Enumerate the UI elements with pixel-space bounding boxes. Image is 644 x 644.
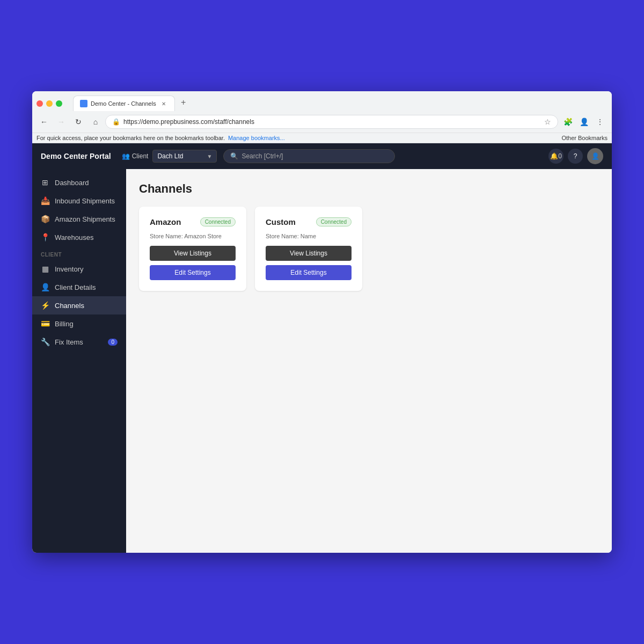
main-layout: ⊞ Dashboard 📥 Inbound Shipments 📦 Amazon… bbox=[32, 169, 612, 553]
maximize-button[interactable] bbox=[56, 100, 62, 107]
amazon-edit-settings-button[interactable]: Edit Settings bbox=[150, 265, 236, 280]
top-nav: Demo Center Portal 👥 Client Dach Ltd ▼ 🔍… bbox=[32, 143, 612, 169]
custom-store-label: Store Name: bbox=[266, 233, 299, 239]
channels-grid: Amazon Connected Store Name: Amazon Stor… bbox=[139, 207, 599, 291]
address-bar[interactable]: 🔒 https://demo.prepbusiness.com/staff/ch… bbox=[105, 115, 558, 129]
manage-bookmarks-link[interactable]: Manage bookmarks... bbox=[228, 135, 285, 141]
sidebar-item-inbound-shipments[interactable]: 📥 Inbound Shipments bbox=[32, 192, 126, 210]
client-icon: 👥 bbox=[122, 152, 130, 160]
amazon-store-name: Store Name: Amazon Store bbox=[150, 233, 236, 239]
dropdown-arrow-icon: ▼ bbox=[207, 153, 212, 159]
sidebar-item-dashboard[interactable]: ⊞ Dashboard bbox=[32, 173, 126, 192]
close-button[interactable] bbox=[36, 100, 43, 107]
sidebar-item-dashboard-label: Dashboard bbox=[55, 179, 89, 187]
custom-view-listings-button[interactable]: View Listings bbox=[266, 246, 352, 261]
search-bar[interactable]: 🔍 Search [Ctrl+/] bbox=[223, 149, 395, 163]
sidebar-item-warehouses-label: Warehouses bbox=[55, 233, 94, 241]
new-tab-button[interactable]: + bbox=[177, 96, 190, 109]
warehouses-icon: 📍 bbox=[41, 233, 49, 241]
avatar-icon: 👤 bbox=[591, 152, 599, 160]
sidebar: ⊞ Dashboard 📥 Inbound Shipments 📦 Amazon… bbox=[32, 169, 126, 553]
browser-toolbar: ← → ↻ ⌂ 🔒 https://demo.prepbusiness.com/… bbox=[32, 111, 612, 133]
sidebar-item-channels[interactable]: ⚡ Channels bbox=[32, 296, 126, 314]
sidebar-item-inbound-label: Inbound Shipments bbox=[55, 197, 115, 205]
home-button[interactable]: ⌂ bbox=[88, 114, 103, 129]
bookmark-star-button[interactable]: ☆ bbox=[544, 118, 551, 126]
toolbar-actions: 🧩 👤 ⋮ bbox=[560, 114, 608, 129]
channel-card-amazon: Amazon Connected Store Name: Amazon Stor… bbox=[139, 207, 246, 291]
amazon-shipments-icon: 📦 bbox=[41, 215, 49, 223]
back-button[interactable]: ← bbox=[36, 114, 52, 129]
inbound-shipments-icon: 📥 bbox=[41, 196, 49, 205]
fix-items-icon: 🔧 bbox=[41, 338, 49, 346]
url-text: https://demo.prepbusiness.com/staff/chan… bbox=[123, 118, 541, 126]
bookmark-bar: For quick access, place your bookmarks h… bbox=[32, 133, 612, 143]
browser-title-bar: Demo Center - Channels ✕ + bbox=[32, 91, 612, 111]
sidebar-item-warehouses[interactable]: 📍 Warehouses bbox=[32, 228, 126, 246]
sidebar-item-amazon-label: Amazon Shipments bbox=[55, 215, 115, 223]
amazon-view-listings-button[interactable]: View Listings bbox=[150, 246, 236, 261]
channel-card-custom: Custom Connected Store Name: Name View L… bbox=[255, 207, 362, 291]
notifications-button[interactable]: 🔔 0 bbox=[548, 149, 564, 164]
custom-connected-badge: Connected bbox=[316, 217, 352, 226]
amazon-connected-badge: Connected bbox=[200, 217, 236, 226]
custom-channel-buttons: View Listings Edit Settings bbox=[266, 246, 352, 280]
sidebar-item-billing-label: Billing bbox=[55, 320, 74, 328]
sidebar-item-inventory-label: Inventory bbox=[55, 265, 83, 273]
page-title: Channels bbox=[139, 182, 599, 196]
sidebar-item-fix-items[interactable]: 🔧 Fix Items 0 bbox=[32, 333, 126, 351]
channels-icon: ⚡ bbox=[41, 301, 49, 310]
sidebar-item-billing[interactable]: 💳 Billing bbox=[32, 314, 126, 333]
amazon-store-label: Store Name: bbox=[150, 233, 183, 239]
custom-store-name: Store Name: Name bbox=[266, 233, 352, 239]
dashboard-icon: ⊞ bbox=[41, 178, 49, 187]
fix-items-badge: 0 bbox=[108, 339, 118, 346]
tab-bar: Demo Center - Channels ✕ + bbox=[69, 96, 194, 111]
amazon-channel-buttons: View Listings Edit Settings bbox=[150, 246, 236, 280]
sidebar-item-inventory[interactable]: ▦ Inventory bbox=[32, 260, 126, 278]
extensions-button[interactable]: 🧩 bbox=[560, 114, 575, 129]
address-bar-icons: 🔒 bbox=[112, 118, 120, 126]
window-controls bbox=[36, 100, 62, 107]
minimize-button[interactable] bbox=[46, 100, 53, 107]
search-icon: 🔍 bbox=[230, 152, 238, 160]
user-avatar[interactable]: 👤 bbox=[587, 148, 603, 164]
other-bookmarks[interactable]: Other Bookmarks bbox=[561, 135, 608, 141]
tab-title: Demo Center - Channels bbox=[91, 100, 156, 107]
client-section-label: CLIENT bbox=[32, 246, 126, 260]
client-dropdown[interactable]: Dach Ltd ▼ bbox=[152, 150, 217, 163]
tab-close-button[interactable]: ✕ bbox=[159, 99, 168, 108]
bell-icon: 🔔 bbox=[550, 152, 558, 160]
nav-actions: 🔔 0 ? 👤 bbox=[548, 148, 603, 164]
client-selector: 👥 Client Dach Ltd ▼ bbox=[122, 150, 217, 163]
browser-chrome: Demo Center - Channels ✕ + ← → ↻ ⌂ 🔒 htt… bbox=[32, 91, 612, 143]
client-details-icon: 👤 bbox=[41, 283, 49, 291]
help-icon: ? bbox=[574, 152, 577, 160]
custom-channel-name: Custom bbox=[266, 217, 296, 226]
channel-card-header-amazon: Amazon Connected bbox=[150, 217, 236, 226]
notification-count: 0 bbox=[558, 152, 562, 160]
help-button[interactable]: ? bbox=[568, 149, 583, 164]
menu-button[interactable]: ⋮ bbox=[592, 114, 608, 129]
client-dropdown-value: Dach Ltd bbox=[157, 152, 183, 160]
amazon-channel-name: Amazon bbox=[150, 217, 181, 226]
custom-edit-settings-button[interactable]: Edit Settings bbox=[266, 265, 352, 280]
channel-card-header-custom: Custom Connected bbox=[266, 217, 352, 226]
sidebar-item-client-details[interactable]: 👤 Client Details bbox=[32, 278, 126, 296]
bookmark-bar-text: For quick access, place your bookmarks h… bbox=[36, 135, 225, 141]
forward-button[interactable]: → bbox=[54, 114, 69, 129]
browser-window: Demo Center - Channels ✕ + ← → ↻ ⌂ 🔒 htt… bbox=[32, 91, 612, 553]
amazon-store-value: Amazon Store bbox=[184, 233, 222, 239]
billing-icon: 💳 bbox=[41, 319, 49, 328]
security-icon: 🔒 bbox=[112, 118, 120, 126]
main-content: Channels Amazon Connected Store Name: Am… bbox=[126, 169, 612, 553]
sidebar-item-amazon-shipments[interactable]: 📦 Amazon Shipments bbox=[32, 210, 126, 228]
reload-button[interactable]: ↻ bbox=[71, 114, 86, 129]
inventory-icon: ▦ bbox=[41, 265, 49, 273]
profile-button[interactable]: 👤 bbox=[576, 114, 591, 129]
active-tab[interactable]: Demo Center - Channels ✕ bbox=[73, 96, 175, 111]
sidebar-item-fix-items-label: Fix Items bbox=[55, 338, 83, 346]
client-label: 👥 Client bbox=[122, 152, 149, 160]
tab-favicon bbox=[80, 100, 87, 107]
sidebar-item-channels-label: Channels bbox=[55, 302, 84, 310]
